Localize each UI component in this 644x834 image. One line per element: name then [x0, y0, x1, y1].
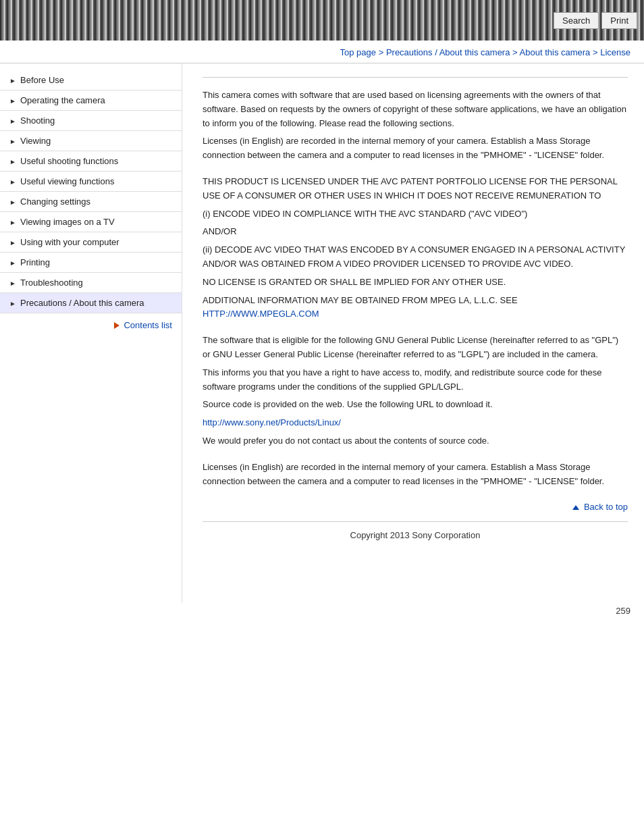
sidebar-item-computer[interactable]: ► Using with your computer — [0, 232, 182, 253]
sidebar-item-shooting[interactable]: ► Shooting — [0, 111, 182, 131]
gpl-para4: We would prefer you do not contact us ab… — [203, 434, 628, 448]
sidebar-label: Changing settings — [20, 197, 90, 207]
sidebar-item-useful-shooting[interactable]: ► Useful shooting functions — [0, 151, 182, 172]
breadcrumb-sep3: > — [593, 47, 600, 57]
intro-para2: Licenses (in English) are recorded in th… — [203, 134, 628, 163]
breadcrumb-sep2: > — [512, 47, 520, 57]
sidebar-item-viewing[interactable]: ► Viewing — [0, 131, 182, 151]
page-number: 259 — [0, 603, 644, 619]
arrow-icon: ► — [9, 280, 16, 286]
sidebar: ► Before Use ► Operating the camera ► Sh… — [0, 63, 182, 603]
content-divider — [203, 77, 628, 78]
arrow-icon: ► — [9, 300, 16, 307]
contents-list-arrow-icon — [114, 322, 119, 329]
avc-line3: AND/OR — [203, 225, 628, 239]
sidebar-label: Using with your computer — [20, 237, 119, 247]
gpl-section: The software that is eligible for the fo… — [203, 334, 628, 448]
licenses-note-section: Licenses (in English) are recorded in th… — [203, 461, 628, 489]
sidebar-item-operating[interactable]: ► Operating the camera — [0, 90, 182, 111]
arrow-icon: ► — [9, 239, 16, 246]
sidebar-item-viewing-tv[interactable]: ► Viewing images on a TV — [0, 212, 182, 232]
sidebar-item-printing[interactable]: ► Printing — [0, 253, 182, 273]
breadcrumb-top-page[interactable]: Top page — [340, 47, 377, 57]
mpegla-link[interactable]: HTTP://WWW.MPEGLA.COM — [203, 309, 319, 319]
content-area: This camera comes with software that are… — [182, 63, 644, 603]
avc-line6-text: ADDITIONAL INFORMATION MAY BE OBTAINED F… — [203, 295, 518, 305]
header: Search Print — [0, 0, 644, 41]
gpl-para2: This informs you that you have a right t… — [203, 366, 628, 394]
intro-section: This camera comes with software that are… — [203, 88, 628, 163]
sidebar-item-changing-settings[interactable]: ► Changing settings — [0, 192, 182, 212]
sidebar-label: Viewing images on a TV — [20, 217, 115, 227]
arrow-icon: ► — [9, 158, 16, 165]
arrow-icon: ► — [9, 259, 16, 266]
avc-line4: (ii) DECODE AVC VIDEO THAT WAS ENCODED B… — [203, 243, 628, 271]
breadcrumb-sep1: > — [379, 47, 386, 57]
avc-line6: ADDITIONAL INFORMATION MAY BE OBTAINED F… — [203, 294, 628, 322]
arrow-icon: ► — [9, 178, 16, 185]
avc-line5: NO LICENSE IS GRANTED OR SHALL BE IMPLIE… — [203, 276, 628, 290]
sidebar-label: Troubleshooting — [20, 278, 83, 288]
avc-line1: THIS PRODUCT IS LICENSED UNDER THE AVC P… — [203, 175, 628, 203]
contents-list-label: Contents list — [124, 320, 172, 330]
avc-section: THIS PRODUCT IS LICENSED UNDER THE AVC P… — [203, 175, 628, 321]
sidebar-label: Useful viewing functions — [20, 176, 114, 186]
sidebar-item-before-use[interactable]: ► Before Use — [0, 70, 182, 90]
arrow-icon: ► — [9, 138, 16, 145]
gpl-link-para: http://www.sony.net/Products/Linux/ — [203, 416, 628, 430]
avc-line2: (i) ENCODE VIDEO IN COMPLIANCE WITH THE … — [203, 207, 628, 221]
breadcrumb-license[interactable]: License — [600, 47, 630, 57]
sidebar-item-troubleshooting[interactable]: ► Troubleshooting — [0, 273, 182, 293]
search-button[interactable]: Search — [554, 12, 599, 29]
sidebar-label: Operating the camera — [20, 95, 105, 105]
sidebar-item-precautions[interactable]: ► Precautions / About this camera — [0, 293, 182, 313]
sidebar-item-useful-viewing[interactable]: ► Useful viewing functions — [0, 172, 182, 192]
gpl-para1: The software that is eligible for the fo… — [203, 334, 628, 362]
sony-linux-link[interactable]: http://www.sony.net/Products/Linux/ — [203, 417, 341, 427]
arrow-icon: ► — [9, 77, 16, 84]
contents-list-link[interactable]: Contents list — [114, 320, 172, 330]
arrow-icon: ► — [9, 97, 16, 104]
main-layout: ► Before Use ► Operating the camera ► Sh… — [0, 63, 644, 603]
sidebar-label: Useful shooting functions — [20, 156, 118, 166]
sidebar-label: Precautions / About this camera — [20, 298, 144, 308]
breadcrumb-precautions[interactable]: Precautions / About this camera — [386, 47, 510, 57]
back-to-top-link[interactable]: Back to top — [572, 502, 628, 512]
contents-list-row: Contents list — [0, 313, 182, 333]
sidebar-label: Before Use — [20, 75, 64, 85]
header-buttons: Search Print — [554, 12, 637, 29]
sidebar-label: Printing — [20, 257, 50, 267]
footer-copyright: Copyright 2013 Sony Corporation — [203, 522, 628, 550]
arrow-icon: ► — [9, 118, 16, 124]
back-to-top-triangle-icon — [572, 505, 579, 510]
sidebar-label: Shooting — [20, 115, 55, 126]
sidebar-label: Viewing — [20, 136, 51, 146]
licenses-note: Licenses (in English) are recorded in th… — [203, 461, 628, 489]
breadcrumb-about[interactable]: About this camera — [520, 47, 591, 57]
gpl-para3: Source code is provided on the web. Use … — [203, 398, 628, 412]
arrow-icon: ► — [9, 219, 16, 226]
breadcrumb: Top page > Precautions / About this came… — [0, 41, 644, 63]
intro-para1: This camera comes with software that are… — [203, 88, 628, 130]
arrow-icon: ► — [9, 199, 16, 205]
back-to-top-label: Back to top — [584, 502, 628, 512]
print-button[interactable]: Print — [601, 12, 637, 29]
back-to-top: Back to top — [203, 500, 628, 515]
